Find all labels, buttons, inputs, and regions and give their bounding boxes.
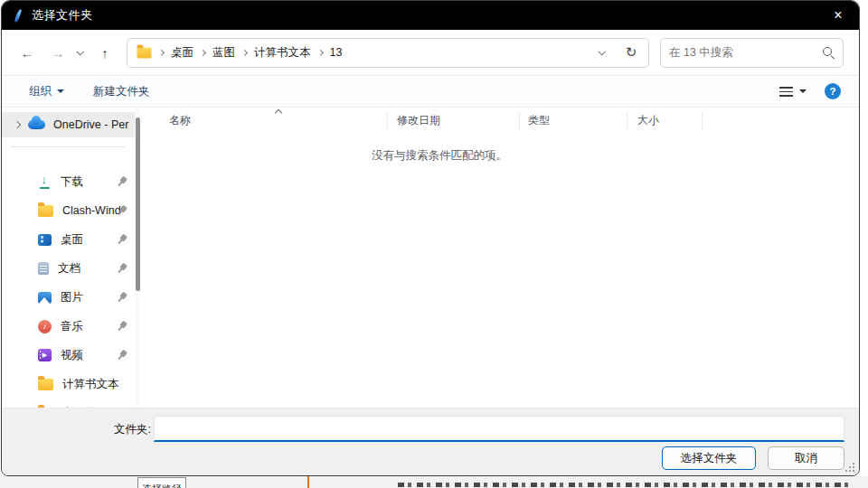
background-clipped-text-row — [398, 483, 854, 487]
music-note-glyph: ♪ — [42, 322, 47, 331]
chevron-down-icon — [76, 48, 83, 55]
app-feather-icon — [14, 8, 22, 23]
select-folder-dialog: 选择文件夹 × ← → ↑ 桌面 蓝图 计算书文本 13 ↻ — [1, 0, 860, 476]
breadcrumb-separator-icon — [316, 49, 323, 55]
sidebar-item-downloads[interactable]: 下载 — [2, 167, 135, 196]
breadcrumb-separator-icon — [158, 49, 165, 55]
sidebar-item-label: 下载 — [61, 174, 83, 190]
up-button[interactable]: ↑ — [94, 41, 116, 64]
address-dropdown-button[interactable] — [590, 42, 612, 63]
organize-button[interactable]: 组织 — [29, 84, 64, 99]
folder-icon — [137, 47, 152, 58]
play-glyph: ▶ — [42, 352, 47, 359]
sidebar-item-clash[interactable]: Clash-Wind — [2, 196, 135, 225]
column-header-size[interactable]: 大小 — [627, 112, 703, 130]
footer-buttons: 选择文件夹 取消 — [662, 446, 844, 470]
breadcrumb-separator-icon — [241, 49, 248, 55]
sidebar-item-label: 计算书文本 — [62, 377, 119, 392]
pin-icon[interactable] — [115, 174, 130, 190]
folder-name-input[interactable] — [154, 416, 844, 442]
sidebar-item-label: 文档 — [58, 261, 80, 277]
command-toolbar: 组织 新建文件夹 ? — [2, 75, 859, 108]
chevron-down-icon — [598, 48, 605, 55]
desktop-icon — [38, 234, 52, 246]
chevron-down-icon — [799, 89, 807, 93]
sidebar-separator — [11, 146, 126, 147]
chevron-right-icon — [14, 121, 21, 128]
folder-icon — [38, 205, 53, 217]
sidebar-item-label: 桌面 — [61, 232, 83, 248]
resize-grip[interactable] — [844, 462, 854, 472]
breadcrumb-item-desktop[interactable]: 桌面 — [171, 45, 193, 61]
sidebar-item-documents[interactable]: 文档 — [2, 254, 135, 283]
column-header-type[interactable]: 类型 — [520, 112, 627, 130]
pictures-icon — [38, 292, 52, 304]
close-button[interactable]: × — [817, 1, 859, 30]
sidebar-pinned-list: 下载 Clash-Wind 桌面 文档 — [2, 167, 135, 408]
search-input[interactable] — [669, 46, 823, 59]
list-view-icon — [779, 87, 793, 97]
pin-icon[interactable] — [115, 319, 130, 334]
breadcrumb-item-calcbook[interactable]: 计算书文本 — [254, 45, 311, 61]
download-icon — [38, 175, 52, 189]
sidebar-item-videos[interactable]: ▶ 视频 — [2, 341, 135, 370]
sidebar-item-label: OneDrive - Per — [53, 118, 128, 131]
background-orange-divider — [307, 476, 309, 488]
list-header: 名称 修改日期 类型 大小 — [135, 108, 859, 133]
sidebar-item-label: 图片 — [61, 290, 83, 305]
breadcrumb-item-13[interactable]: 13 — [330, 46, 343, 59]
refresh-button[interactable]: ↻ — [619, 42, 643, 63]
organize-label: 组织 — [29, 84, 52, 99]
window-title: 选择文件夹 — [32, 7, 93, 23]
folder-name-label: 文件夹: — [114, 422, 151, 437]
background-clipped-text: 选择路径 — [142, 483, 185, 488]
music-icon: ♪ — [38, 320, 52, 333]
address-bar[interactable]: 桌面 蓝图 计算书文本 13 ↻ — [127, 38, 649, 68]
new-folder-button[interactable]: 新建文件夹 — [93, 84, 150, 99]
pin-icon[interactable] — [115, 232, 130, 248]
pin-icon[interactable] — [115, 348, 130, 363]
window-titlebar: 选择文件夹 × — [2, 1, 859, 30]
video-icon: ▶ — [38, 349, 52, 361]
sidebar-item-ebooks[interactable]: 电子书 — [2, 399, 135, 408]
file-list: 名称 修改日期 类型 大小 没有与搜索条件匹配的项。 — [135, 108, 859, 408]
sidebar-item-onedrive[interactable]: OneDrive - Per — [2, 112, 135, 137]
pin-icon[interactable] — [115, 290, 130, 305]
document-icon — [38, 262, 49, 275]
recent-locations-button[interactable] — [72, 41, 87, 64]
dialog-footer: 文件夹: 选择文件夹 取消 — [2, 408, 859, 475]
onedrive-cloud-icon — [28, 120, 45, 129]
background-clipped-button: 选择路径 — [137, 477, 186, 488]
navigation-pane: OneDrive - Per 下载 Clash-Wind 桌面 — [2, 108, 135, 408]
dialog-content: OneDrive - Per 下载 Clash-Wind 桌面 — [2, 108, 859, 408]
breadcrumb-item-blueprint[interactable]: 蓝图 — [212, 45, 235, 61]
pin-icon[interactable] — [115, 261, 130, 277]
sidebar-item-label: Clash-Wind — [62, 204, 121, 217]
sidebar-item-calcbook[interactable]: 计算书文本 — [2, 370, 135, 399]
breadcrumb-separator-icon — [200, 49, 206, 55]
sidebar-item-music[interactable]: ♪ 音乐 — [2, 312, 135, 341]
forward-button[interactable]: → — [47, 41, 69, 64]
help-button[interactable]: ? — [825, 83, 841, 99]
sidebar-item-label: 音乐 — [61, 319, 83, 334]
view-options-button[interactable] — [779, 87, 807, 97]
sidebar-item-desktop[interactable]: 桌面 — [2, 225, 135, 254]
column-header-name[interactable]: 名称 — [135, 112, 388, 130]
search-box[interactable] — [660, 38, 844, 68]
cancel-button[interactable]: 取消 — [768, 446, 844, 470]
back-button[interactable]: ← — [16, 41, 38, 64]
select-folder-button[interactable]: 选择文件夹 — [662, 446, 756, 470]
column-header-date-modified[interactable]: 修改日期 — [388, 112, 520, 130]
folder-icon — [38, 379, 53, 390]
background-window-sliver: 选择路径 — [0, 476, 868, 488]
sidebar-item-pictures[interactable]: 图片 — [2, 283, 135, 312]
navigation-bar: ← → ↑ 桌面 蓝图 计算书文本 13 ↻ — [2, 30, 859, 75]
sidebar-item-label: 视频 — [61, 348, 83, 363]
chevron-down-icon — [57, 89, 64, 93]
empty-list-message: 没有与搜索条件匹配的项。 — [372, 148, 507, 164]
search-icon — [823, 47, 835, 59]
